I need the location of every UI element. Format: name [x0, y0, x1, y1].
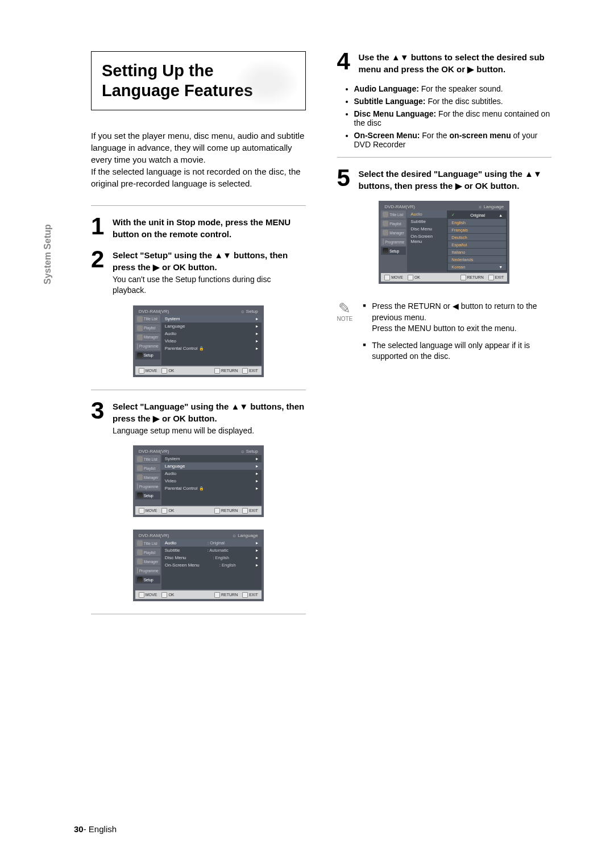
step-number: 1: [91, 216, 108, 237]
side-tab: System Setup: [43, 224, 53, 284]
osd-side-item: Programme: [135, 567, 160, 574]
osd-row: Subtitle: Automatic▸: [161, 547, 262, 554]
osd-side-item: Playlist: [135, 324, 160, 332]
step-subtext: Language setup menu will be displayed.: [113, 425, 306, 437]
osd-row: Subtitle: [407, 218, 447, 225]
osd-row: System▸: [161, 315, 262, 323]
osd-setup-system: DVD-RAM(VR) Setup Title List Playlist Ma…: [133, 305, 264, 377]
osd-side-item: Programme: [381, 238, 406, 246]
step-heading: Use the ▲▼ buttons to select the desired…: [359, 52, 545, 74]
note-block: ✎ NOTE Press the RETURN or ◀ button to r…: [337, 301, 552, 368]
lang-option: Korean▼: [448, 263, 506, 270]
step-heading: Select the desired "Language" using the …: [359, 169, 542, 191]
osd-breadcrumb: DVD-RAM(VR): [384, 204, 415, 209]
step-subtext: You can't use the Setup functions during…: [113, 274, 306, 296]
osd-side-item: Title List: [135, 455, 160, 463]
osd-breadcrumb: DVD-RAM(VR): [139, 449, 169, 454]
right-column: 4 Use the ▲▼ buttons to select the desir…: [337, 51, 552, 625]
divider: [91, 205, 306, 206]
page-content: Setting Up the Language Features If you …: [0, 0, 614, 659]
note-icon: ✎ NOTE: [337, 301, 353, 322]
divider: [91, 614, 306, 614]
osd-side-item: Title List: [135, 315, 160, 323]
osd-side-item: Title List: [381, 210, 406, 218]
osd-language-values: DVD-RAM(VR) Language Title List Playlist…: [133, 530, 264, 601]
step-3: 3 Select "Language" using the ▲▼ buttons…: [91, 400, 306, 437]
lang-option: Nederlands: [448, 256, 506, 263]
osd-side-item: Playlist: [135, 464, 160, 472]
osd-row: Audio: Original▸: [161, 539, 262, 547]
osd-side-item: Setup: [135, 576, 160, 584]
osd-side-item: Playlist: [135, 548, 160, 556]
osd-row: Disc Menu: English▸: [161, 554, 262, 561]
note-item: The selected language will only appear i…: [363, 340, 551, 362]
osd-side-item: Programme: [135, 482, 160, 490]
lang-option: Français: [448, 226, 506, 233]
step-4: 4 Use the ▲▼ buttons to select the desir…: [337, 51, 552, 75]
osd-row: System▸: [161, 455, 262, 462]
osd-side-item: Title List: [135, 539, 160, 547]
osd-row: Audio▸: [161, 330, 262, 337]
step-number: 3: [91, 400, 108, 421]
osd-side-item: Setup: [135, 352, 160, 359]
intro-paragraph: If you set the player menu, disc menu, a…: [91, 130, 306, 189]
step-heading: With the unit in Stop mode, press the ME…: [113, 217, 291, 239]
lang-option: Italiano: [448, 249, 506, 255]
divider: [91, 390, 306, 390]
osd-row: Parental Control▸: [161, 345, 262, 352]
osd-side-item: Manager: [381, 229, 406, 237]
osd-context: Language: [478, 204, 504, 209]
page-title: Setting Up the Language Features: [91, 51, 306, 110]
osd-row: Language▸: [161, 323, 262, 330]
lang-option: Español: [448, 241, 506, 248]
list-item: Subtitle Language: For the disc subtitle…: [354, 97, 552, 106]
lang-option: Original▲: [448, 212, 506, 218]
step-5: 5 Select the desired "Language" using th…: [337, 168, 552, 192]
submenu-list: Audio Language: For the speaker sound. S…: [354, 84, 552, 149]
osd-side-item: Programme: [135, 342, 160, 350]
osd-row: Disc Menu: [407, 225, 447, 233]
osd-row: Audio▸: [161, 470, 262, 477]
page-footer: 30- English: [74, 824, 117, 834]
osd-row: On-Screen Menu: English▸: [161, 561, 262, 569]
lang-option: Deutsch: [448, 234, 506, 241]
osd-breadcrumb: DVD-RAM(VR): [139, 309, 169, 314]
osd-side-item: Playlist: [381, 220, 406, 228]
divider: [337, 157, 552, 158]
osd-row: Video▸: [161, 477, 262, 485]
osd-context: Language: [233, 533, 258, 538]
step-number: 5: [337, 168, 354, 188]
osd-side-item: Setup: [135, 491, 160, 499]
left-column: Setting Up the Language Features If you …: [91, 51, 306, 625]
osd-row: Audio: [407, 210, 447, 218]
osd-setup-language: DVD-RAM(VR) Setup Title List Playlist Ma…: [133, 445, 264, 517]
osd-side-item: Manager: [135, 473, 160, 481]
step-heading: Select "Setup" using the ▲▼ buttons, the…: [113, 250, 288, 272]
step-heading: Select "Language" using the ▲▼ buttons, …: [113, 402, 304, 423]
lang-option: English: [448, 219, 506, 226]
osd-row: Parental Control▸: [161, 485, 262, 492]
list-item: Disc Menu Language: For the disc menu co…: [354, 109, 552, 127]
list-item: On-Screen Menu: For the on-screen menu o…: [354, 131, 552, 149]
osd-side-item: Setup: [381, 247, 406, 255]
osd-row: Language▸: [161, 462, 262, 470]
osd-footer: MOVEOK RETURNEXIT: [135, 590, 262, 599]
osd-row: Video▸: [161, 337, 262, 345]
osd-footer: MOVEOK RETURNEXIT: [135, 366, 262, 375]
osd-context: Setup: [240, 309, 258, 314]
osd-side-item: Manager: [135, 557, 160, 565]
osd-side-item: Manager: [135, 333, 160, 341]
step-1: 1 With the unit in Stop mode, press the …: [91, 216, 306, 240]
step-number: 2: [91, 249, 108, 270]
osd-context: Setup: [240, 449, 258, 454]
osd-breadcrumb: DVD-RAM(VR): [139, 533, 169, 538]
osd-footer: MOVEOK RETURNEXIT: [135, 506, 262, 515]
osd-language-options: DVD-RAM(VR) Language Title List Playlist…: [379, 201, 509, 284]
step-2: 2 Select "Setup" using the ▲▼ buttons, t…: [91, 249, 306, 296]
note-item: Press the RETURN or ◀ button to return t…: [363, 301, 551, 334]
osd-footer: MOVEOK RETURNEXIT: [381, 273, 507, 282]
osd-row: On-Screen Menu: [407, 233, 447, 245]
list-item: Audio Language: For the speaker sound.: [354, 84, 552, 93]
step-number: 4: [337, 51, 354, 72]
